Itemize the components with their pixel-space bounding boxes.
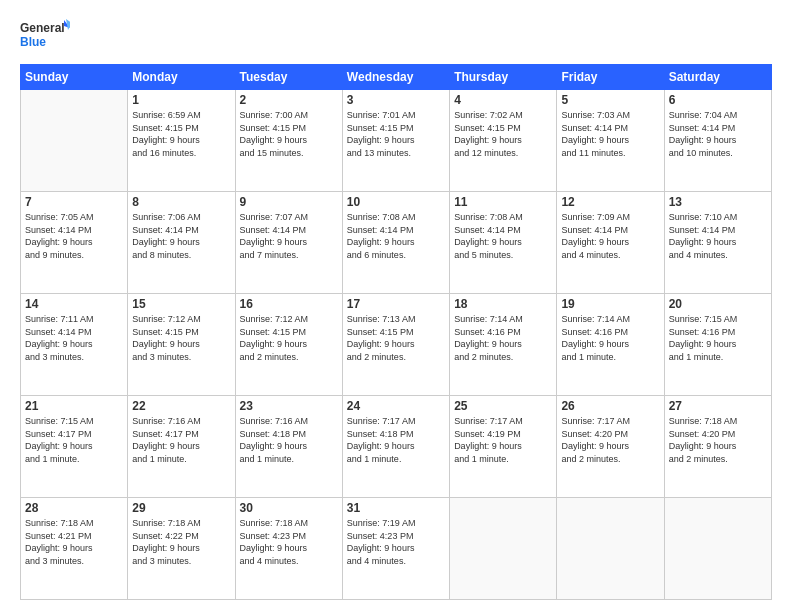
calendar-cell: 23Sunrise: 7:16 AM Sunset: 4:18 PM Dayli… <box>235 396 342 498</box>
day-number: 24 <box>347 399 445 413</box>
calendar-cell: 26Sunrise: 7:17 AM Sunset: 4:20 PM Dayli… <box>557 396 664 498</box>
day-number: 17 <box>347 297 445 311</box>
calendar-cell: 3Sunrise: 7:01 AM Sunset: 4:15 PM Daylig… <box>342 90 449 192</box>
day-number: 14 <box>25 297 123 311</box>
calendar-cell: 14Sunrise: 7:11 AM Sunset: 4:14 PM Dayli… <box>21 294 128 396</box>
weekday-header-thursday: Thursday <box>450 65 557 90</box>
logo-svg: General Blue <box>20 18 70 54</box>
day-info: Sunrise: 7:17 AM Sunset: 4:19 PM Dayligh… <box>454 415 552 465</box>
calendar: SundayMondayTuesdayWednesdayThursdayFrid… <box>20 64 772 600</box>
calendar-cell: 17Sunrise: 7:13 AM Sunset: 4:15 PM Dayli… <box>342 294 449 396</box>
day-info: Sunrise: 7:18 AM Sunset: 4:22 PM Dayligh… <box>132 517 230 567</box>
calendar-cell: 8Sunrise: 7:06 AM Sunset: 4:14 PM Daylig… <box>128 192 235 294</box>
day-info: Sunrise: 7:04 AM Sunset: 4:14 PM Dayligh… <box>669 109 767 159</box>
day-info: Sunrise: 7:15 AM Sunset: 4:17 PM Dayligh… <box>25 415 123 465</box>
day-info: Sunrise: 7:19 AM Sunset: 4:23 PM Dayligh… <box>347 517 445 567</box>
day-info: Sunrise: 7:05 AM Sunset: 4:14 PM Dayligh… <box>25 211 123 261</box>
day-number: 21 <box>25 399 123 413</box>
day-info: Sunrise: 7:14 AM Sunset: 4:16 PM Dayligh… <box>454 313 552 363</box>
calendar-cell <box>557 498 664 600</box>
day-info: Sunrise: 7:16 AM Sunset: 4:17 PM Dayligh… <box>132 415 230 465</box>
day-number: 22 <box>132 399 230 413</box>
day-number: 19 <box>561 297 659 311</box>
calendar-cell <box>21 90 128 192</box>
week-row-2: 7Sunrise: 7:05 AM Sunset: 4:14 PM Daylig… <box>21 192 772 294</box>
day-info: Sunrise: 7:17 AM Sunset: 4:18 PM Dayligh… <box>347 415 445 465</box>
day-number: 4 <box>454 93 552 107</box>
day-info: Sunrise: 7:09 AM Sunset: 4:14 PM Dayligh… <box>561 211 659 261</box>
day-number: 13 <box>669 195 767 209</box>
day-info: Sunrise: 7:16 AM Sunset: 4:18 PM Dayligh… <box>240 415 338 465</box>
day-number: 27 <box>669 399 767 413</box>
day-number: 26 <box>561 399 659 413</box>
weekday-header-friday: Friday <box>557 65 664 90</box>
weekday-header-row: SundayMondayTuesdayWednesdayThursdayFrid… <box>21 65 772 90</box>
day-number: 28 <box>25 501 123 515</box>
day-number: 31 <box>347 501 445 515</box>
day-info: Sunrise: 7:15 AM Sunset: 4:16 PM Dayligh… <box>669 313 767 363</box>
day-info: Sunrise: 7:08 AM Sunset: 4:14 PM Dayligh… <box>454 211 552 261</box>
calendar-cell: 15Sunrise: 7:12 AM Sunset: 4:15 PM Dayli… <box>128 294 235 396</box>
day-info: Sunrise: 7:17 AM Sunset: 4:20 PM Dayligh… <box>561 415 659 465</box>
calendar-cell: 18Sunrise: 7:14 AM Sunset: 4:16 PM Dayli… <box>450 294 557 396</box>
day-number: 29 <box>132 501 230 515</box>
day-info: Sunrise: 7:02 AM Sunset: 4:15 PM Dayligh… <box>454 109 552 159</box>
calendar-cell: 30Sunrise: 7:18 AM Sunset: 4:23 PM Dayli… <box>235 498 342 600</box>
weekday-header-saturday: Saturday <box>664 65 771 90</box>
day-info: Sunrise: 7:10 AM Sunset: 4:14 PM Dayligh… <box>669 211 767 261</box>
calendar-cell: 6Sunrise: 7:04 AM Sunset: 4:14 PM Daylig… <box>664 90 771 192</box>
calendar-cell: 2Sunrise: 7:00 AM Sunset: 4:15 PM Daylig… <box>235 90 342 192</box>
calendar-cell: 1Sunrise: 6:59 AM Sunset: 4:15 PM Daylig… <box>128 90 235 192</box>
day-number: 9 <box>240 195 338 209</box>
calendar-cell: 19Sunrise: 7:14 AM Sunset: 4:16 PM Dayli… <box>557 294 664 396</box>
day-info: Sunrise: 7:18 AM Sunset: 4:21 PM Dayligh… <box>25 517 123 567</box>
day-number: 8 <box>132 195 230 209</box>
day-info: Sunrise: 6:59 AM Sunset: 4:15 PM Dayligh… <box>132 109 230 159</box>
calendar-cell: 24Sunrise: 7:17 AM Sunset: 4:18 PM Dayli… <box>342 396 449 498</box>
weekday-header-monday: Monday <box>128 65 235 90</box>
day-info: Sunrise: 7:01 AM Sunset: 4:15 PM Dayligh… <box>347 109 445 159</box>
calendar-cell: 5Sunrise: 7:03 AM Sunset: 4:14 PM Daylig… <box>557 90 664 192</box>
day-number: 10 <box>347 195 445 209</box>
day-info: Sunrise: 7:18 AM Sunset: 4:20 PM Dayligh… <box>669 415 767 465</box>
header: General Blue <box>20 18 772 54</box>
calendar-cell: 31Sunrise: 7:19 AM Sunset: 4:23 PM Dayli… <box>342 498 449 600</box>
day-info: Sunrise: 7:12 AM Sunset: 4:15 PM Dayligh… <box>240 313 338 363</box>
day-info: Sunrise: 7:08 AM Sunset: 4:14 PM Dayligh… <box>347 211 445 261</box>
calendar-cell: 11Sunrise: 7:08 AM Sunset: 4:14 PM Dayli… <box>450 192 557 294</box>
day-info: Sunrise: 7:11 AM Sunset: 4:14 PM Dayligh… <box>25 313 123 363</box>
calendar-cell: 9Sunrise: 7:07 AM Sunset: 4:14 PM Daylig… <box>235 192 342 294</box>
week-row-1: 1Sunrise: 6:59 AM Sunset: 4:15 PM Daylig… <box>21 90 772 192</box>
calendar-cell <box>450 498 557 600</box>
weekday-header-wednesday: Wednesday <box>342 65 449 90</box>
svg-text:Blue: Blue <box>20 35 46 49</box>
day-number: 12 <box>561 195 659 209</box>
calendar-cell: 20Sunrise: 7:15 AM Sunset: 4:16 PM Dayli… <box>664 294 771 396</box>
day-number: 30 <box>240 501 338 515</box>
calendar-cell: 4Sunrise: 7:02 AM Sunset: 4:15 PM Daylig… <box>450 90 557 192</box>
day-info: Sunrise: 7:18 AM Sunset: 4:23 PM Dayligh… <box>240 517 338 567</box>
day-number: 25 <box>454 399 552 413</box>
day-number: 3 <box>347 93 445 107</box>
day-number: 6 <box>669 93 767 107</box>
calendar-cell: 28Sunrise: 7:18 AM Sunset: 4:21 PM Dayli… <box>21 498 128 600</box>
week-row-3: 14Sunrise: 7:11 AM Sunset: 4:14 PM Dayli… <box>21 294 772 396</box>
day-number: 18 <box>454 297 552 311</box>
calendar-cell: 7Sunrise: 7:05 AM Sunset: 4:14 PM Daylig… <box>21 192 128 294</box>
day-info: Sunrise: 7:06 AM Sunset: 4:14 PM Dayligh… <box>132 211 230 261</box>
calendar-cell: 29Sunrise: 7:18 AM Sunset: 4:22 PM Dayli… <box>128 498 235 600</box>
svg-text:General: General <box>20 21 65 35</box>
day-info: Sunrise: 7:03 AM Sunset: 4:14 PM Dayligh… <box>561 109 659 159</box>
week-row-4: 21Sunrise: 7:15 AM Sunset: 4:17 PM Dayli… <box>21 396 772 498</box>
weekday-header-tuesday: Tuesday <box>235 65 342 90</box>
calendar-cell: 12Sunrise: 7:09 AM Sunset: 4:14 PM Dayli… <box>557 192 664 294</box>
calendar-cell: 10Sunrise: 7:08 AM Sunset: 4:14 PM Dayli… <box>342 192 449 294</box>
week-row-5: 28Sunrise: 7:18 AM Sunset: 4:21 PM Dayli… <box>21 498 772 600</box>
day-info: Sunrise: 7:12 AM Sunset: 4:15 PM Dayligh… <box>132 313 230 363</box>
calendar-cell: 25Sunrise: 7:17 AM Sunset: 4:19 PM Dayli… <box>450 396 557 498</box>
day-number: 2 <box>240 93 338 107</box>
day-number: 23 <box>240 399 338 413</box>
day-number: 11 <box>454 195 552 209</box>
calendar-cell: 22Sunrise: 7:16 AM Sunset: 4:17 PM Dayli… <box>128 396 235 498</box>
logo: General Blue <box>20 18 70 54</box>
